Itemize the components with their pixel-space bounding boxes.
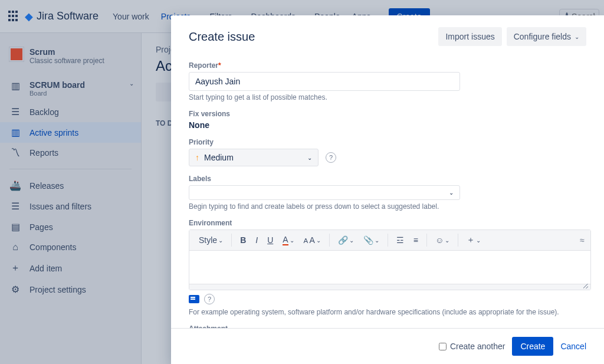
rte-underline-button[interactable]: U — [264, 233, 277, 247]
rte-italic-button[interactable]: I — [252, 233, 261, 247]
rte-emoji-button[interactable]: ☺⌄ — [432, 233, 453, 247]
rte-style-dropdown[interactable]: Style⌄ — [195, 233, 226, 247]
reporter-help-text: Start typing to get a list of possible m… — [189, 93, 586, 101]
rte-collapse-icon[interactable]: ≈ — [580, 235, 585, 245]
modal-footer: Create another Create Cancel — [171, 328, 604, 364]
configure-fields-button[interactable]: Configure fields⌄ — [507, 27, 586, 46]
rte-textarea[interactable] — [189, 251, 590, 284]
chevron-down-icon: ⌄ — [307, 155, 312, 161]
labels-select[interactable]: ⌄ — [189, 185, 460, 200]
modal-title: Create issue — [189, 30, 255, 44]
rte-number-list-button[interactable]: ≡ — [410, 233, 422, 247]
reporter-field[interactable] — [189, 72, 460, 91]
rte-mode-icon[interactable] — [189, 295, 199, 303]
rte-more-button[interactable]: ＋⌄ — [463, 232, 484, 248]
labels-label: Labels — [189, 175, 586, 183]
create-issue-modal: Create issue Import issues Configure fie… — [171, 15, 604, 364]
rte-bullet-list-button[interactable]: ☲ — [393, 233, 408, 247]
chevron-down-icon: ⌄ — [575, 34, 579, 40]
fix-versions-value[interactable]: None — [189, 120, 586, 130]
submit-create-button[interactable]: Create — [512, 337, 553, 356]
rte-attach-button[interactable]: 📎⌄ — [360, 233, 383, 247]
rte-clear-format-button[interactable]: AA⌄ — [300, 233, 324, 247]
environment-label: Environment — [189, 219, 586, 227]
priority-label: Priority — [189, 138, 586, 146]
rte-link-button[interactable]: 🔗⌄ — [334, 233, 357, 247]
priority-help-icon[interactable]: ? — [326, 152, 336, 163]
environment-help-text: For example operating system, software p… — [189, 308, 586, 316]
priority-medium-icon: ↑ — [195, 153, 199, 162]
create-another-checkbox[interactable]: Create another — [439, 342, 505, 351]
environment-editor[interactable]: Style⌄ B I U A⌄ AA⌄ 🔗⌄ 📎⌄ ☲ ≡ ☺⌄ ＋⌄ ≈ — [189, 229, 591, 290]
labels-help-text: Begin typing to find and create labels o… — [189, 202, 586, 211]
cancel-button[interactable]: Cancel — [560, 342, 586, 351]
rte-resize-handle[interactable] — [189, 284, 590, 290]
rte-text-color-button[interactable]: A⌄ — [279, 232, 297, 248]
fix-versions-label: Fix versions — [189, 110, 586, 118]
create-another-input[interactable] — [439, 343, 447, 350]
priority-select[interactable]: ↑ Medium ⌄ — [189, 149, 319, 166]
chevron-down-icon: ⌄ — [449, 189, 454, 196]
rte-help-icon[interactable]: ? — [204, 294, 215, 304]
reporter-label: Reporter* — [189, 61, 586, 70]
rte-toolbar: Style⌄ B I U A⌄ AA⌄ 🔗⌄ 📎⌄ ☲ ≡ ☺⌄ ＋⌄ ≈ — [189, 230, 590, 251]
import-issues-button[interactable]: Import issues — [438, 27, 501, 46]
rte-bold-button[interactable]: B — [237, 233, 250, 247]
